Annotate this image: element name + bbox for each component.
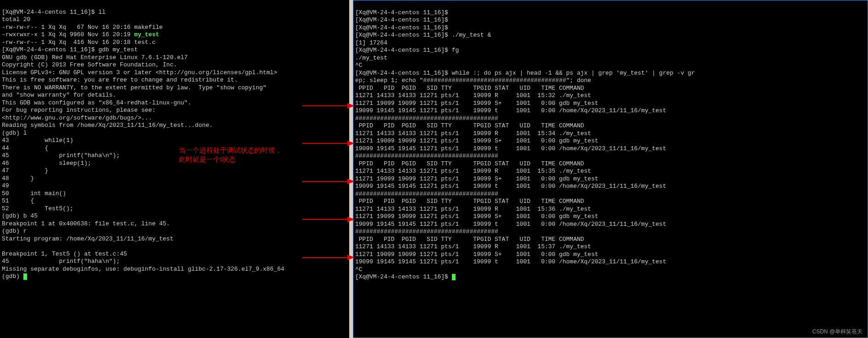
code-listing: 43 while(1) 44 { 45 printf("haha\n"); 46…: [2, 137, 120, 212]
annotation-text: 当一个进程处于调试状态的时候， 此时就是一个t状态: [179, 146, 282, 164]
ps-row: 11271 19099 19099 11271 pts/1 19099 S+ 1…: [355, 175, 599, 182]
ctrl-c: ^C: [355, 266, 363, 273]
gdb-l: (gdb) l: [2, 130, 27, 136]
fg-output: ./my_test: [355, 55, 387, 61]
ps-header: PPID PID PGID SID TTY TPGID STAT UID TIM…: [355, 85, 584, 92]
ps-row: 11271 14133 14133 11271 pts/1 19099 R 10…: [355, 206, 591, 213]
watermark: CSDN @举杯笑苍天: [812, 328, 863, 336]
ps-header: PPID PID PGID SID TTY TPGID STAT UID TIM…: [355, 198, 584, 205]
right-terminal[interactable]: [Xq@VM-24-4-centos 11_16]$ [Xq@VM-24-4-c…: [353, 0, 868, 338]
ps-row-t: 19099 19145 19145 11271 pts/1 19099 t 10…: [355, 145, 666, 152]
annotation-line2: 此时就是一个t状态: [179, 155, 282, 164]
ps-row-t: 19099 19145 19145 11271 pts/1 19099 t 10…: [355, 221, 666, 228]
gdb-b: (gdb) b 45: [2, 213, 38, 219]
cmd-bg: ./my_test &: [452, 32, 491, 38]
prompt: [Xq@VM-24-4-centos 11_16]$: [355, 24, 452, 31]
ps-row: 11271 19099 19099 11271 pts/1 19099 S+ 1…: [355, 100, 599, 107]
prompt: [Xq@VM-24-4-centos 11_16]$: [355, 32, 452, 38]
prompt: [Xq@VM-24-4-centos 11_16]$: [2, 9, 99, 16]
ll-exec-name: my_test: [134, 31, 159, 38]
prompt: [Xq@VM-24-4-centos 11_16]$: [355, 70, 452, 76]
prompt: [Xq@VM-24-4-centos 11_16]$: [355, 273, 452, 280]
divider: ########################################: [355, 153, 498, 159]
job-output: [1] 17264: [355, 39, 387, 46]
ps-row: 11271 19099 19099 11271 pts/1 19099 S+ 1…: [355, 251, 599, 258]
ps-row: 11271 19099 19099 11271 pts/1 19099 S+ 1…: [355, 137, 599, 144]
ps-row: 11271 14133 14133 11271 pts/1 19099 R 10…: [355, 243, 591, 250]
gdb-header: GNU gdb (GDB) Red Hat Enterprise Linux 7…: [2, 54, 277, 129]
ll-output: total 20 -rw-rw-r-- 1 Xq Xq 67 Nov 16 20…: [2, 16, 163, 31]
prompt: [Xq@VM-24-4-centos 11_16]$: [355, 16, 452, 23]
cursor-icon: [23, 273, 27, 280]
divider: ########################################: [355, 115, 498, 122]
ctrl-c: ^C: [355, 62, 363, 69]
ps-row-t: 19099 19145 19145 11271 pts/1 19099 t 10…: [355, 107, 666, 114]
starting: Starting program: /home/Xq/2023_11/11_16…: [2, 235, 173, 242]
ps-header: PPID PID PGID SID TTY TPGID STAT UID TIM…: [355, 160, 584, 167]
cmd-while2: ep; sleep 1; echo "#####################…: [355, 77, 591, 84]
cursor-icon: [452, 274, 456, 280]
gdb-r: (gdb) r: [2, 228, 27, 234]
divider: ########################################: [355, 191, 498, 197]
prompt: [Xq@VM-24-4-centos 11_16]$: [355, 47, 452, 54]
ps-row-t: 19099 19145 19145 11271 pts/1 19099 t 10…: [355, 183, 666, 190]
ps-row-t: 19099 19145 19145 11271 pts/1 19099 t 10…: [355, 258, 666, 265]
cmd-gdb: gdb my_test: [99, 46, 138, 53]
gdb-final: (gdb): [2, 273, 23, 280]
cmd-ll: ll: [99, 9, 106, 16]
cmd-fg: fg: [452, 47, 459, 54]
ll-testc: -rw-rw-r-- 1 Xq Xq 416 Nov 16 20:18 test…: [2, 39, 155, 46]
left-terminal[interactable]: [Xq@VM-24-4-centos 11_16]$ ll total 20 -…: [0, 0, 353, 338]
cmd-while: while :; do ps ajx | head -1 && ps ajx |…: [452, 70, 695, 76]
ps-row: 11271 14133 14133 11271 pts/1 19099 R 10…: [355, 168, 591, 174]
ps-header: PPID PID PGID SID TTY TPGID STAT UID TIM…: [355, 122, 584, 129]
prompt: [Xq@VM-24-4-centos 11_16]$: [2, 46, 99, 53]
ps-row: 11271 14133 14133 11271 pts/1 19099 R 10…: [355, 130, 591, 137]
prompt: [Xq@VM-24-4-centos 11_16]$: [355, 9, 452, 16]
annotation-line1: 当一个进程处于调试状态的时候，: [179, 146, 282, 155]
ps-row: 11271 14133 14133 11271 pts/1 19099 R 10…: [355, 92, 591, 99]
divider: ########################################: [355, 228, 498, 235]
bp-set: Breakpoint 1 at 0x400638: file test.c, l…: [2, 220, 170, 227]
ps-row: 11271 19099 19099 11271 pts/1 19099 S+ 1…: [355, 213, 599, 220]
bp-hit: Breakpoint 1, Test5 () at test.c:45 45 p…: [2, 251, 284, 273]
ps-header: PPID PID PGID SID TTY TPGID STAT UID TIM…: [355, 236, 584, 243]
ll-exec-perm: -rwxrwxr-x 1 Xq Xq 9960 Nov 16 20:19: [2, 31, 134, 38]
